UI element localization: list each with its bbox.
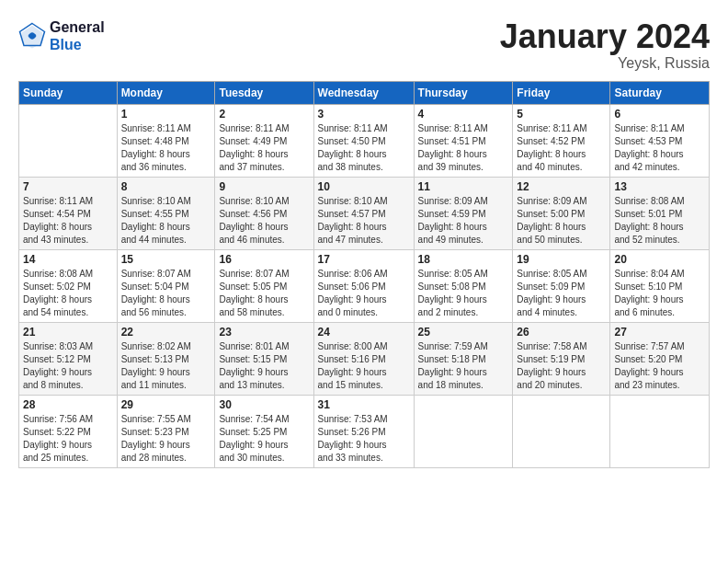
day-info: Sunrise: 8:11 AM Sunset: 4:52 PM Dayligh…: [517, 122, 606, 174]
header: General Blue January 2024 Yeysk, Russia: [18, 18, 710, 72]
day-number: 13: [614, 180, 705, 193]
calendar-cell: 14Sunrise: 8:08 AM Sunset: 5:02 PM Dayli…: [19, 249, 118, 322]
day-info: Sunrise: 7:58 AM Sunset: 5:19 PM Dayligh…: [517, 340, 606, 392]
day-number: 6: [614, 108, 705, 121]
day-number: 28: [23, 398, 113, 411]
day-info: Sunrise: 8:08 AM Sunset: 5:01 PM Dayligh…: [614, 195, 705, 247]
day-number: 17: [318, 253, 410, 266]
logo-text-block: General Blue: [50, 18, 105, 53]
day-number: 22: [121, 326, 211, 339]
subtitle: Yeysk, Russia: [500, 55, 710, 72]
day-number: 7: [23, 180, 113, 193]
day-number: 21: [23, 326, 113, 339]
calendar-cell: 21Sunrise: 8:03 AM Sunset: 5:12 PM Dayli…: [19, 322, 118, 395]
calendar-cell: 18Sunrise: 8:05 AM Sunset: 5:08 PM Dayli…: [414, 249, 513, 322]
day-number: 27: [614, 326, 705, 339]
calendar-cell: 17Sunrise: 8:06 AM Sunset: 5:06 PM Dayli…: [313, 249, 414, 322]
day-info: Sunrise: 8:07 AM Sunset: 5:04 PM Dayligh…: [121, 268, 211, 319]
header-saturday: Saturday: [610, 81, 710, 104]
day-info: Sunrise: 7:53 AM Sunset: 5:26 PM Dayligh…: [318, 413, 410, 465]
day-info: Sunrise: 8:11 AM Sunset: 4:51 PM Dayligh…: [418, 122, 509, 174]
day-info: Sunrise: 8:11 AM Sunset: 4:49 PM Dayligh…: [219, 122, 309, 174]
day-info: Sunrise: 8:08 AM Sunset: 5:02 PM Dayligh…: [23, 268, 113, 319]
day-info: Sunrise: 8:10 AM Sunset: 4:56 PM Dayligh…: [219, 195, 309, 247]
month-title: January 2024: [500, 18, 710, 55]
calendar-cell: [414, 395, 513, 467]
day-info: Sunrise: 7:54 AM Sunset: 5:25 PM Dayligh…: [219, 413, 309, 465]
calendar: Sunday Monday Tuesday Wednesday Thursday…: [18, 81, 710, 468]
day-number: 18: [418, 253, 509, 266]
calendar-cell: 12Sunrise: 8:09 AM Sunset: 5:00 PM Dayli…: [513, 177, 610, 249]
day-number: 31: [318, 398, 410, 411]
calendar-cell: 31Sunrise: 7:53 AM Sunset: 5:26 PM Dayli…: [313, 395, 414, 467]
calendar-cell: 26Sunrise: 7:58 AM Sunset: 5:19 PM Dayli…: [513, 322, 610, 395]
day-info: Sunrise: 8:01 AM Sunset: 5:15 PM Dayligh…: [219, 340, 309, 392]
day-number: 2: [219, 108, 309, 121]
day-number: 23: [219, 326, 309, 339]
calendar-cell: 30Sunrise: 7:54 AM Sunset: 5:25 PM Dayli…: [215, 395, 313, 467]
day-info: Sunrise: 8:11 AM Sunset: 4:48 PM Dayligh…: [121, 122, 211, 174]
logo-line2: Blue: [50, 36, 105, 53]
day-number: 9: [219, 180, 309, 193]
day-info: Sunrise: 8:03 AM Sunset: 5:12 PM Dayligh…: [23, 340, 113, 392]
calendar-cell: 10Sunrise: 8:10 AM Sunset: 4:57 PM Dayli…: [313, 177, 414, 249]
calendar-cell: 28Sunrise: 7:56 AM Sunset: 5:22 PM Dayli…: [19, 395, 118, 467]
day-info: Sunrise: 8:10 AM Sunset: 4:57 PM Dayligh…: [318, 195, 410, 247]
calendar-cell: 5Sunrise: 8:11 AM Sunset: 4:52 PM Daylig…: [513, 104, 610, 177]
calendar-cell: 29Sunrise: 7:55 AM Sunset: 5:23 PM Dayli…: [117, 395, 215, 467]
day-number: 3: [318, 108, 410, 121]
day-number: 30: [219, 398, 309, 411]
calendar-cell: 13Sunrise: 8:08 AM Sunset: 5:01 PM Dayli…: [610, 177, 710, 249]
day-number: 29: [121, 398, 211, 411]
calendar-cell: 8Sunrise: 8:10 AM Sunset: 4:55 PM Daylig…: [117, 177, 215, 249]
day-number: 15: [121, 253, 211, 266]
calendar-cell: 20Sunrise: 8:04 AM Sunset: 5:10 PM Dayli…: [610, 249, 710, 322]
calendar-week-4: 21Sunrise: 8:03 AM Sunset: 5:12 PM Dayli…: [19, 322, 710, 395]
day-info: Sunrise: 7:59 AM Sunset: 5:18 PM Dayligh…: [418, 340, 509, 392]
header-sunday: Sunday: [19, 81, 118, 104]
day-info: Sunrise: 7:56 AM Sunset: 5:22 PM Dayligh…: [23, 413, 113, 465]
header-friday: Friday: [513, 81, 610, 104]
calendar-cell: [513, 395, 610, 467]
calendar-cell: 7Sunrise: 8:11 AM Sunset: 4:54 PM Daylig…: [19, 177, 118, 249]
day-number: 14: [23, 253, 113, 266]
day-number: 24: [318, 326, 410, 339]
day-info: Sunrise: 8:10 AM Sunset: 4:55 PM Dayligh…: [121, 195, 211, 247]
logo: General Blue: [18, 18, 105, 53]
day-info: Sunrise: 8:09 AM Sunset: 5:00 PM Dayligh…: [517, 195, 606, 247]
calendar-week-5: 28Sunrise: 7:56 AM Sunset: 5:22 PM Dayli…: [19, 395, 710, 467]
day-number: 20: [614, 253, 705, 266]
calendar-cell: 15Sunrise: 8:07 AM Sunset: 5:04 PM Dayli…: [117, 249, 215, 322]
day-info: Sunrise: 8:09 AM Sunset: 4:59 PM Dayligh…: [418, 195, 509, 247]
day-info: Sunrise: 7:55 AM Sunset: 5:23 PM Dayligh…: [121, 413, 211, 465]
calendar-cell: 9Sunrise: 8:10 AM Sunset: 4:56 PM Daylig…: [215, 177, 313, 249]
calendar-cell: 2Sunrise: 8:11 AM Sunset: 4:49 PM Daylig…: [215, 104, 313, 177]
day-info: Sunrise: 8:04 AM Sunset: 5:10 PM Dayligh…: [614, 268, 705, 319]
calendar-week-1: 1Sunrise: 8:11 AM Sunset: 4:48 PM Daylig…: [19, 104, 710, 177]
logo-icon: [18, 22, 46, 50]
calendar-cell: 11Sunrise: 8:09 AM Sunset: 4:59 PM Dayli…: [414, 177, 513, 249]
title-block: January 2024 Yeysk, Russia: [500, 18, 710, 72]
day-number: 26: [517, 326, 606, 339]
calendar-cell: 22Sunrise: 8:02 AM Sunset: 5:13 PM Dayli…: [117, 322, 215, 395]
day-number: 1: [121, 108, 211, 121]
day-number: 5: [517, 108, 606, 121]
calendar-cell: [19, 104, 118, 177]
calendar-cell: 6Sunrise: 8:11 AM Sunset: 4:53 PM Daylig…: [610, 104, 710, 177]
day-info: Sunrise: 8:02 AM Sunset: 5:13 PM Dayligh…: [121, 340, 211, 392]
day-info: Sunrise: 8:05 AM Sunset: 5:09 PM Dayligh…: [517, 268, 606, 319]
page: General Blue January 2024 Yeysk, Russia …: [0, 0, 728, 563]
day-number: 16: [219, 253, 309, 266]
day-info: Sunrise: 8:00 AM Sunset: 5:16 PM Dayligh…: [318, 340, 410, 392]
header-tuesday: Tuesday: [215, 81, 313, 104]
calendar-cell: 23Sunrise: 8:01 AM Sunset: 5:15 PM Dayli…: [215, 322, 313, 395]
day-number: 8: [121, 180, 211, 193]
day-info: Sunrise: 8:11 AM Sunset: 4:53 PM Dayligh…: [614, 122, 705, 174]
day-number: 4: [418, 108, 509, 121]
logo-line1: General: [50, 18, 105, 36]
calendar-cell: 25Sunrise: 7:59 AM Sunset: 5:18 PM Dayli…: [414, 322, 513, 395]
calendar-week-3: 14Sunrise: 8:08 AM Sunset: 5:02 PM Dayli…: [19, 249, 710, 322]
calendar-cell: 4Sunrise: 8:11 AM Sunset: 4:51 PM Daylig…: [414, 104, 513, 177]
day-info: Sunrise: 8:11 AM Sunset: 4:50 PM Dayligh…: [318, 122, 410, 174]
day-number: 12: [517, 180, 606, 193]
